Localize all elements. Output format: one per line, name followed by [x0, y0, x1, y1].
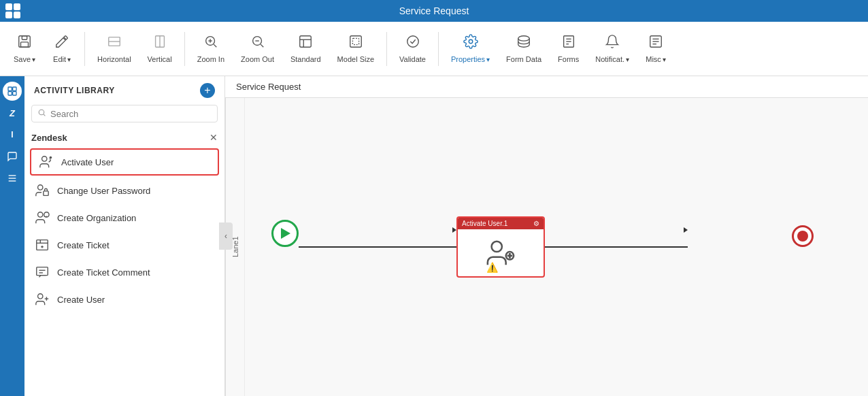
- flow-end-node[interactable]: [792, 225, 814, 247]
- create-ticket-label: Create Ticket: [57, 240, 110, 250]
- activity-item-create-ticket[interactable]: Create Ticket: [24, 231, 224, 259]
- svg-rect-14: [300, 36, 312, 48]
- properties-icon: [463, 34, 478, 52]
- canvas-header: Service Request: [225, 76, 868, 98]
- zendesk-section: Zendesk ✕: [24, 128, 224, 147]
- activity-item-create-user[interactable]: Create User: [24, 286, 224, 313]
- warning-badge: ⚠️: [486, 262, 498, 273]
- svg-rect-17: [350, 36, 362, 48]
- notifications-label: Notificat.: [595, 55, 624, 63]
- zoom-in-icon: [203, 34, 218, 52]
- canvas-body[interactable]: Lane1 Activate User.1 ⚙: [225, 98, 868, 396]
- flow-end-inner: [797, 231, 808, 242]
- svg-point-39: [42, 156, 47, 161]
- toolbar: Save ▾ Edit ▾ Horizontal Vertical Zoom I…: [0, 22, 868, 76]
- svg-point-19: [407, 36, 418, 48]
- sidebar-icon-zendesk[interactable]: Z: [3, 103, 22, 122]
- search-box[interactable]: [31, 105, 218, 122]
- misc-label: Misc: [646, 55, 661, 63]
- activity-item-create-ticket-comment[interactable]: Create Ticket Comment: [24, 259, 224, 286]
- forms-icon: [561, 34, 576, 52]
- misc-button[interactable]: Misc ▾: [639, 30, 673, 67]
- svg-rect-18: [352, 38, 358, 44]
- create-ticket-comment-icon: [34, 264, 50, 280]
- add-activity-button[interactable]: +: [200, 83, 215, 98]
- save-button[interactable]: Save ▾: [7, 30, 42, 67]
- save-label: Save: [14, 55, 31, 63]
- main-area: Z I ACTIVITY LIBRARY + Zendesk ✕: [0, 76, 868, 396]
- edit-label: Edit: [53, 55, 66, 63]
- svg-rect-32: [8, 92, 12, 95]
- toolbar-divider-2: [184, 32, 185, 66]
- svg-point-20: [469, 39, 473, 44]
- svg-line-13: [261, 44, 263, 47]
- save-icon: [17, 34, 32, 52]
- svg-rect-1: [22, 36, 27, 40]
- sidebar-icon-integration[interactable]: I: [3, 125, 22, 144]
- activity-node-activate-user[interactable]: Activate User.1 ⚙ ⚠️: [456, 216, 545, 278]
- model-size-button[interactable]: Model Size: [331, 30, 381, 67]
- svg-rect-42: [44, 191, 48, 195]
- horizontal-label: Horizontal: [97, 55, 131, 63]
- zoom-in-label: Zoom In: [197, 55, 224, 63]
- svg-point-53: [38, 294, 43, 299]
- svg-point-37: [39, 110, 44, 115]
- svg-marker-60: [684, 227, 688, 233]
- horizontal-button[interactable]: Horizontal: [90, 30, 138, 67]
- search-input[interactable]: [50, 109, 212, 119]
- activity-item-change-user-password[interactable]: Change User Password: [24, 177, 224, 204]
- activity-node-header: Activate User.1 ⚙: [458, 218, 544, 229]
- create-organization-icon: [34, 210, 50, 226]
- activity-item-create-organization[interactable]: Create Organization: [24, 204, 224, 231]
- activity-item-activate-user[interactable]: Activate User: [30, 148, 219, 176]
- svg-rect-45: [37, 240, 48, 250]
- properties-button[interactable]: Properties ▾: [444, 30, 497, 67]
- standard-button[interactable]: Standard: [284, 30, 328, 67]
- topbar-title: Service Request: [399, 5, 469, 16]
- app-logo[interactable]: [5, 3, 20, 18]
- search-icon: [37, 108, 46, 119]
- svg-rect-33: [13, 92, 16, 95]
- zendesk-close-button[interactable]: ✕: [210, 132, 218, 143]
- svg-rect-30: [8, 87, 12, 90]
- svg-line-38: [44, 114, 45, 116]
- create-ticket-comment-label: Create Ticket Comment: [57, 267, 150, 278]
- change-user-password-icon: [34, 182, 50, 199]
- form-data-button[interactable]: Form Data: [499, 30, 548, 67]
- node-body-icon: ⚠️: [485, 237, 516, 269]
- canvas-title: Service Request: [236, 82, 301, 92]
- validate-button[interactable]: Validate: [393, 30, 433, 67]
- zoom-out-button[interactable]: Zoom Out: [234, 30, 281, 67]
- forms-button[interactable]: Forms: [551, 30, 586, 67]
- canvas-area: Service Request Lane1: [225, 76, 868, 396]
- toolbar-divider-3: [386, 32, 387, 66]
- svg-line-10: [214, 44, 216, 47]
- zoom-out-icon: [250, 34, 265, 52]
- panel-collapse-button[interactable]: ‹: [219, 222, 233, 250]
- vertical-button[interactable]: Vertical: [141, 30, 179, 67]
- svg-rect-31: [13, 87, 16, 90]
- topbar: Service Request: [0, 0, 868, 22]
- misc-icon: [648, 34, 663, 52]
- flow-start-node[interactable]: [271, 220, 299, 247]
- flow-start-inner: [281, 228, 290, 239]
- create-user-label: Create User: [57, 295, 105, 305]
- zoom-in-button[interactable]: Zoom In: [190, 30, 231, 67]
- horizontal-icon: [107, 34, 122, 52]
- notifications-button[interactable]: Notificat. ▾: [588, 30, 636, 67]
- svg-point-43: [38, 212, 43, 217]
- svg-rect-2: [21, 42, 29, 47]
- edit-button[interactable]: Edit ▾: [45, 30, 79, 67]
- standard-label: Standard: [290, 55, 321, 63]
- change-user-password-label: Change User Password: [57, 186, 150, 196]
- sidebar-icon-home[interactable]: [3, 82, 22, 101]
- node-title: Activate User.1: [462, 220, 507, 227]
- node-settings-icon[interactable]: ⚙: [533, 220, 539, 227]
- zendesk-label: Zendesk: [31, 133, 67, 143]
- sidebar-icon-chat[interactable]: [3, 147, 22, 166]
- create-user-icon: [34, 291, 50, 308]
- flow-svg: [225, 98, 868, 396]
- sidebar-icon-list[interactable]: [3, 169, 22, 188]
- form-data-label: Form Data: [506, 55, 541, 63]
- toolbar-divider-4: [438, 32, 439, 66]
